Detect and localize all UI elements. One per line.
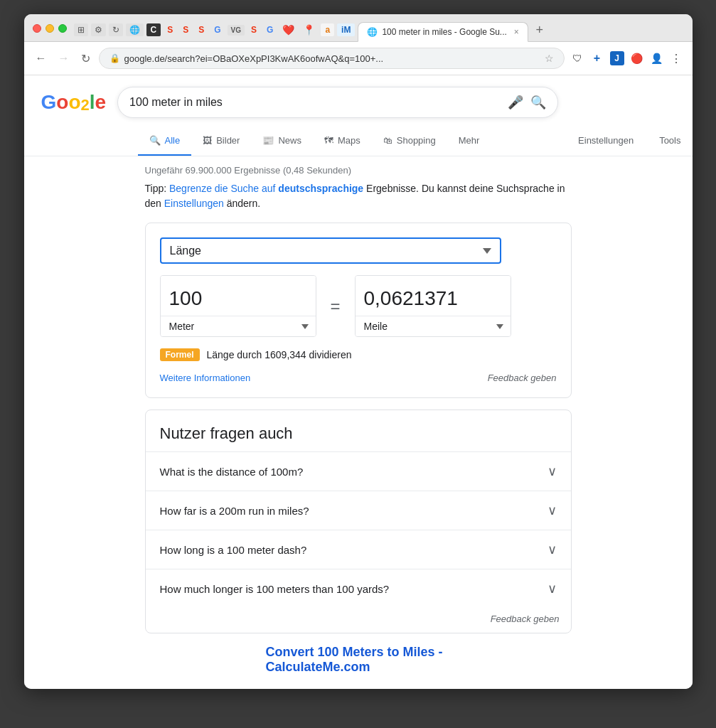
bookmark-icon-1[interactable]: ⊞ bbox=[74, 23, 88, 36]
paa-item-2[interactable]: How far is a 200m run in miles? ∨ bbox=[146, 491, 571, 530]
converter-from-unit[interactable]: Meter bbox=[161, 316, 316, 336]
browser-actions: 🛡 + J 🔴 👤 ⋮ bbox=[570, 51, 684, 65]
converter-inputs: Meter = Meile bbox=[160, 275, 557, 337]
search-nav-label-news: News bbox=[278, 135, 301, 146]
bookmark-icon-g2[interactable]: G bbox=[263, 23, 277, 36]
search-box[interactable]: 🎤 🔍 bbox=[117, 87, 558, 118]
paa-section: Nutzer fragen auch What is the distance … bbox=[145, 410, 572, 633]
forward-button[interactable]: → bbox=[55, 49, 73, 68]
browser-window: ⊞ ⚙ ↻ 🌐 C S S S G VG S G ❤️ 📍 a iM bbox=[24, 14, 693, 689]
nav-tools-label: Tools bbox=[659, 135, 680, 146]
microphone-icon[interactable]: 🎤 bbox=[508, 95, 523, 110]
bookmark-icon-s3[interactable]: S bbox=[195, 23, 208, 36]
nav-tools[interactable]: Tools bbox=[648, 127, 692, 156]
search-button[interactable]: 🔍 bbox=[530, 95, 546, 110]
bookmark-icon-vg[interactable]: VG bbox=[228, 25, 245, 36]
new-tab-button[interactable]: + bbox=[531, 21, 548, 38]
bookmark-icon-g1[interactable]: G bbox=[210, 23, 224, 36]
more-info-link[interactable]: Weitere Informationen bbox=[160, 373, 251, 383]
account-icon[interactable]: 👤 bbox=[650, 51, 664, 65]
bookmark-icon-4[interactable]: 🌐 bbox=[126, 23, 144, 36]
bookmark-icon-im[interactable]: iM bbox=[337, 23, 355, 36]
close-window-button[interactable] bbox=[33, 24, 41, 33]
address-bar-row: ← → ↻ 🔒 google.de/search?ei=OBaOXeXpPI3K… bbox=[24, 42, 693, 75]
paa-question-4: How much longer is 100 meters than 100 y… bbox=[160, 583, 390, 595]
equals-sign: = bbox=[325, 296, 346, 316]
converter-to-unit[interactable]: Meile bbox=[356, 316, 511, 336]
nav-item-maps[interactable]: 🗺 Maps bbox=[313, 127, 372, 156]
search-input[interactable] bbox=[129, 96, 501, 109]
tip-link-2[interactable]: deutschsprachige bbox=[278, 183, 363, 194]
nav-einstellungen-label: Einstellungen bbox=[578, 135, 634, 146]
bookmark-icon-pin[interactable]: 📍 bbox=[300, 23, 318, 37]
bottom-result-link[interactable]: Convert 100 Meters to Miles - CalculateM… bbox=[145, 645, 572, 675]
bookmark-icon-2[interactable]: ⚙ bbox=[91, 23, 106, 36]
bookmark-icon-heart[interactable]: ❤️ bbox=[279, 23, 297, 37]
record-icon[interactable]: 🔴 bbox=[630, 51, 644, 65]
bookmark-icon-s2[interactable]: S bbox=[179, 23, 192, 36]
address-text: google.de/search?ei=OBaOXeXpPI3KwAK6oofw… bbox=[124, 53, 540, 64]
paa-item-1[interactable]: What is the distance of 100m? ∨ bbox=[146, 451, 571, 491]
traffic-lights bbox=[33, 24, 67, 38]
nav-item-shopping[interactable]: 🛍 Shopping bbox=[372, 127, 447, 156]
tip-suffix-2: ändern. bbox=[224, 198, 260, 209]
converter-type-select[interactable]: Länge bbox=[160, 237, 501, 264]
converter-to-value[interactable] bbox=[356, 276, 511, 316]
converter-widget: Länge Meter = Meile bbox=[145, 223, 572, 398]
shield-icon[interactable]: 🛡 bbox=[570, 51, 584, 65]
tip-text: Tipp: Begrenze die Suche auf deutschspra… bbox=[145, 181, 572, 211]
refresh-button[interactable]: ↻ bbox=[78, 49, 93, 68]
minimize-window-button[interactable] bbox=[46, 24, 54, 33]
search-nav-icon-maps: 🗺 bbox=[324, 135, 333, 146]
page-content: Goo2le 🎤 🔍 🔍 Alle 🖼 Bilder 📰 News bbox=[24, 75, 693, 689]
bookmark-star-icon[interactable]: ☆ bbox=[545, 53, 554, 64]
nav-einstellungen[interactable]: Einstellungen bbox=[567, 127, 645, 156]
nav-item-alle[interactable]: 🔍 Alle bbox=[138, 127, 192, 156]
bookmark-icon-s1[interactable]: S bbox=[164, 23, 176, 36]
plus-square-icon[interactable]: + bbox=[590, 51, 604, 65]
paa-question-1: What is the distance of 100m? bbox=[160, 466, 304, 478]
tip-link-3[interactable]: Einstellungen bbox=[164, 198, 224, 209]
search-nav-label-mehr: Mehr bbox=[459, 135, 480, 146]
nav-item-news[interactable]: 📰 News bbox=[251, 127, 313, 156]
paa-title: Nutzer fragen auch bbox=[146, 410, 571, 451]
paa-feedback[interactable]: Feedback geben bbox=[146, 608, 571, 633]
bookmark-icon-amazon[interactable]: a bbox=[321, 23, 334, 36]
paa-item-4[interactable]: How much longer is 100 meters than 100 y… bbox=[146, 569, 571, 608]
active-tab[interactable]: 🌐 100 meter in miles - Google Su... × bbox=[358, 22, 528, 42]
tab-title: 100 meter in miles - Google Su... bbox=[382, 27, 506, 37]
google-header: Goo2le 🎤 🔍 bbox=[24, 75, 693, 118]
results-area: Ungefähr 69.900.000 Ergebnisse (0,48 Sek… bbox=[24, 156, 693, 689]
results-count: Ungefähr 69.900.000 Ergebnisse (0,48 Sek… bbox=[145, 165, 572, 176]
widget-footer: Weitere Informationen Feedback geben bbox=[160, 373, 557, 383]
lock-icon: 🔒 bbox=[109, 53, 120, 63]
search-nav: 🔍 Alle 🖼 Bilder 📰 News 🗺 Maps 🛍 Shopping… bbox=[24, 127, 693, 156]
converter-from-value[interactable] bbox=[161, 276, 316, 316]
tip-link-1[interactable]: Begrenze die Suche auf bbox=[169, 183, 278, 194]
tab-close-button[interactable]: × bbox=[514, 27, 519, 37]
nav-item-mehr[interactable]: Mehr bbox=[447, 127, 491, 156]
maximize-window-button[interactable] bbox=[58, 24, 67, 33]
converter-input-group-from: Meter bbox=[160, 275, 316, 337]
j-icon[interactable]: J bbox=[610, 51, 624, 65]
tab-bar: ⊞ ⚙ ↻ 🌐 C S S S G VG S G ❤️ 📍 a iM bbox=[74, 21, 548, 41]
back-button[interactable]: ← bbox=[33, 49, 50, 68]
formula-text: Länge durch 1609,344 dividieren bbox=[207, 349, 352, 360]
menu-icon[interactable]: ⋮ bbox=[670, 51, 684, 65]
google-logo[interactable]: Goo2le bbox=[41, 91, 107, 114]
bookmark-icon-c[interactable]: C bbox=[146, 23, 161, 36]
search-nav-icon-bilder: 🖼 bbox=[203, 135, 212, 146]
bookmark-icon-s4[interactable]: S bbox=[247, 23, 260, 36]
search-nav-icon-alle: 🔍 bbox=[149, 135, 161, 146]
tab-favicon: 🌐 bbox=[367, 27, 378, 37]
chevron-down-icon-1: ∨ bbox=[547, 464, 557, 479]
paa-item-3[interactable]: How long is a 100 meter dash? ∨ bbox=[146, 530, 571, 569]
bookmark-icon-3[interactable]: ↻ bbox=[109, 23, 123, 36]
nav-item-bilder[interactable]: 🖼 Bilder bbox=[191, 127, 251, 156]
chevron-down-icon-3: ∨ bbox=[547, 542, 557, 557]
address-field[interactable]: 🔒 google.de/search?ei=OBaOXeXpPI3KwAK6oo… bbox=[99, 48, 565, 69]
feedback-link-converter[interactable]: Feedback geben bbox=[488, 373, 557, 383]
search-nav-right: Einstellungen Tools bbox=[567, 127, 692, 156]
search-nav-label-shopping: Shopping bbox=[397, 135, 436, 146]
title-bar: ⊞ ⚙ ↻ 🌐 C S S S G VG S G ❤️ 📍 a iM bbox=[24, 14, 693, 42]
